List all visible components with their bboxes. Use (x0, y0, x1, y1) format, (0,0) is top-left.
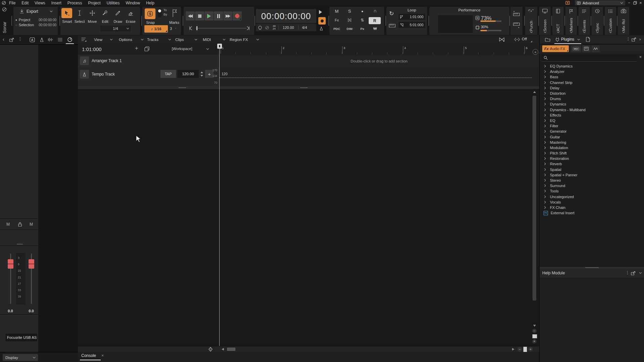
fast-forward-button[interactable] (223, 11, 232, 20)
timeline-ruler[interactable]: 123456 (219, 44, 539, 55)
chevron-right-icon[interactable] (544, 130, 547, 132)
record-arm-button[interactable] (318, 17, 326, 25)
spin-down-icon[interactable] (200, 75, 203, 77)
global-mute-button[interactable]: M (331, 9, 343, 14)
chevron-right-icon[interactable] (544, 76, 547, 78)
tap-tempo-button[interactable]: TAP (160, 70, 176, 78)
plugin-category-eq-dynamics[interactable]: EQ Dynamics (540, 63, 644, 69)
dot-icon[interactable]: · (175, 26, 176, 31)
plugin-category-reverb[interactable]: Reverb (540, 161, 644, 167)
chevron-right-icon[interactable] (544, 125, 547, 127)
fit-project-icon[interactable] (208, 347, 213, 352)
plugin-category-tools[interactable]: Tools (540, 188, 644, 194)
stop-button[interactable] (195, 11, 204, 20)
plugin-search-input[interactable] (542, 54, 637, 61)
loop-ruler-icon[interactable] (389, 23, 396, 28)
chevron-right-icon[interactable] (544, 87, 547, 89)
chevron-right-icon[interactable] (544, 71, 547, 73)
vertical-zoom-slider[interactable] (532, 334, 537, 338)
snap-count-value[interactable]: 3 (170, 27, 172, 31)
select-tool-button[interactable] (74, 8, 85, 18)
plugin-category-surround[interactable]: Surround (540, 183, 644, 188)
trackview-menu-options[interactable]: Options (119, 35, 144, 44)
restore-button[interactable] (633, 1, 637, 5)
minimize-button[interactable]: − (628, 0, 630, 5)
plugin-category-dynamics[interactable]: Dynamics (540, 101, 644, 107)
plugin-category-fx-chain[interactable]: FX Chain (540, 205, 644, 210)
chevron-down-icon[interactable] (530, 31, 533, 34)
sample-format[interactable]: 48 24 (273, 25, 276, 30)
menu-help[interactable]: Help (143, 1, 157, 5)
dim-button[interactable]: DIM (343, 27, 356, 31)
chevron-right-icon[interactable] (544, 65, 547, 67)
track-list-icon[interactable] (58, 38, 62, 42)
app-logo-icon[interactable] (2, 1, 6, 5)
tempo-track-header[interactable]: Tempo Track TAP 120.00 + 170 134 70 (78, 67, 219, 87)
chevron-down-icon[interactable] (639, 272, 642, 274)
chevron-right-icon[interactable] (544, 190, 547, 192)
chevron-right-icon[interactable] (544, 157, 547, 160)
plugin-category-bass[interactable]: Bass (540, 74, 644, 80)
toolbar-module-punch[interactable]: Punch (525, 7, 537, 35)
plugin-category-pitch-shift[interactable]: Pitch Shift (540, 150, 644, 156)
chevron-down-icon[interactable] (596, 31, 599, 34)
chevron-down-icon[interactable] (570, 31, 573, 34)
toolbar-module-screen[interactable]: Screen (539, 7, 551, 35)
tempo-spinner[interactable] (199, 70, 204, 78)
fader-value-b[interactable]: 0.0 (26, 309, 36, 313)
arranger-lane[interactable]: Double-click or drag to add section (219, 55, 539, 67)
trackview-menu-clips[interactable]: Clips (175, 35, 197, 44)
chevron-right-icon[interactable] (544, 169, 547, 171)
smart-tool-button[interactable] (61, 8, 72, 18)
close-button[interactable]: × (639, 0, 642, 5)
metronome-off-icon[interactable] (265, 26, 269, 30)
kebab-icon[interactable]: ⋮ (18, 37, 22, 41)
chevron-right-icon[interactable] (544, 120, 547, 122)
chevron-down-icon[interactable] (544, 31, 547, 34)
knob-icon[interactable] (67, 37, 73, 42)
dock-panel-icon[interactable] (565, 1, 570, 5)
horizontal-scroll-thumb[interactable] (227, 348, 235, 351)
plugin-category-uncategorized[interactable]: Uncategorized (540, 194, 644, 199)
tab-plugins-label[interactable]: Plugins (561, 37, 574, 42)
horizontal-zoom-slider[interactable] (523, 347, 527, 352)
chevron-right-icon[interactable] (544, 98, 547, 100)
move-tool-button[interactable] (87, 8, 98, 18)
pop-out-icon[interactable] (632, 37, 636, 42)
chevron-right-icon[interactable] (544, 152, 547, 154)
menu-views[interactable]: Views (32, 1, 48, 5)
ruler-collapse-icon[interactable] (513, 22, 520, 28)
snap-grid-value-button[interactable]: ♪ 1/16 (144, 25, 168, 33)
snap-to-by-toggle[interactable] (157, 9, 162, 17)
export-scope-selection[interactable]: ○ Selection 00:00:00:00 (15, 23, 56, 27)
chevron-right-icon[interactable] (544, 174, 547, 176)
trackview-menu-tracks[interactable]: Tracks (147, 35, 171, 44)
chevron-right-icon[interactable] (544, 109, 547, 111)
tempo-track-icon[interactable] (80, 70, 89, 79)
pop-out-icon[interactable] (631, 271, 636, 275)
toolbar-module-markers[interactable]: Markers (565, 7, 577, 35)
chevron-right-icon[interactable] (544, 114, 547, 116)
menu-insert[interactable]: Insert (48, 1, 64, 5)
plugin-category-modulation[interactable]: Modulation (540, 145, 644, 150)
mute-button-a[interactable]: M (6, 222, 10, 227)
export-button[interactable]: Export (19, 9, 38, 14)
pdc-button[interactable]: PDC (331, 27, 343, 31)
chevron-right-icon[interactable] (544, 201, 547, 203)
loop-start-field[interactable]: 1:01:000 (399, 14, 425, 20)
kebab-icon[interactable]: ⋮ (626, 270, 630, 275)
plugin-category-eq[interactable]: EQ (540, 118, 644, 123)
fader-handle-b[interactable] (29, 259, 34, 269)
metronome-inspector-icon[interactable] (39, 37, 44, 42)
tempo-value-field[interactable]: 120.00 (177, 70, 199, 78)
edit-tool-button[interactable] (100, 8, 110, 18)
workspace-select[interactable]: [Workspace] (158, 47, 205, 51)
chevron-down-icon[interactable] (622, 31, 625, 34)
chevron-right-icon[interactable] (544, 103, 547, 105)
arranger-inspector-icon[interactable] (30, 37, 35, 42)
record-button[interactable] (233, 11, 242, 20)
arranger-track-header[interactable]: ♫ Arranger Track 1 (78, 55, 219, 67)
trackview-menu-midi[interactable]: MIDI (203, 35, 226, 44)
plugin-external-insert[interactable]: FX External Insert (540, 210, 644, 216)
plugin-category-restoration[interactable]: Restoration (540, 156, 644, 161)
